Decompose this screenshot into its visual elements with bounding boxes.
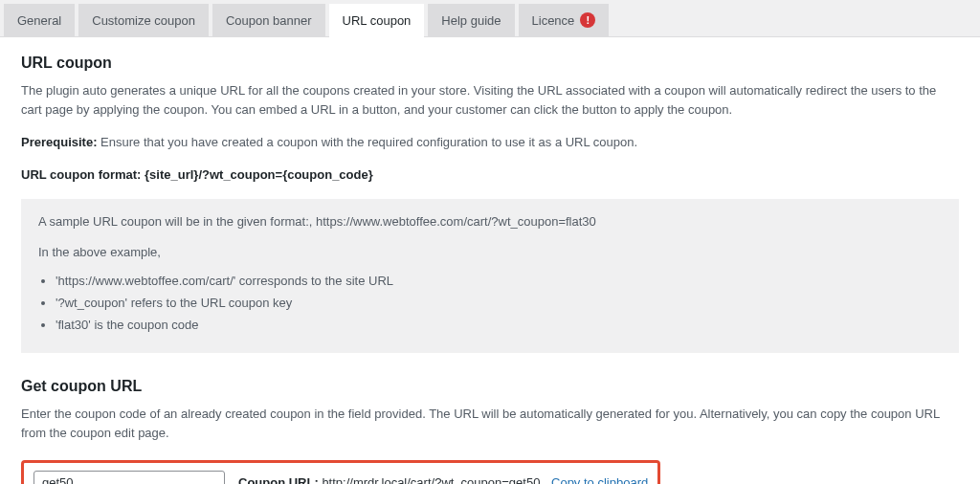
- tab-customize-coupon[interactable]: Customize coupon: [78, 4, 209, 36]
- coupon-select-wrap: ⌄: [33, 471, 225, 484]
- desc-get-coupon-url: Enter the coupon code of an already crea…: [21, 405, 959, 443]
- sample-bullet-2: '?wt_coupon' refers to the URL coupon ke…: [56, 296, 942, 310]
- coupon-url-group: Coupon URL: http://mrdr.local/cart/?wt_c…: [238, 475, 648, 484]
- sample-line-2: In the above example,: [38, 243, 942, 262]
- heading-url-coupon: URL coupon: [21, 55, 959, 72]
- tab-bar: General Customize coupon Coupon banner U…: [0, 0, 980, 37]
- sample-line-1: A sample URL coupon will be in the given…: [38, 212, 942, 231]
- coupon-url-label: Coupon URL:: [238, 475, 319, 484]
- panel-url-coupon: URL coupon The plugin auto generates a u…: [0, 37, 980, 484]
- tab-general[interactable]: General: [4, 4, 75, 36]
- tab-licence[interactable]: Licence !: [519, 4, 610, 36]
- prerequisite-text: Prerequisite: Ensure that you have creat…: [21, 133, 959, 152]
- alert-icon: !: [580, 12, 595, 28]
- desc-url-coupon: The plugin auto generates a unique URL f…: [21, 81, 959, 120]
- tab-url-coupon[interactable]: URL coupon: [329, 4, 425, 37]
- copy-to-clipboard-link[interactable]: Copy to clipboard: [551, 475, 648, 484]
- sample-list: 'https://www.webtoffee.com/cart/' corres…: [38, 274, 942, 332]
- tab-coupon-banner[interactable]: Coupon banner: [212, 4, 325, 36]
- coupon-select[interactable]: [33, 471, 225, 484]
- coupon-url-highlight: ⌄ Coupon URL: http://mrdr.local/cart/?wt…: [21, 460, 660, 484]
- coupon-url-link[interactable]: http://mrdr.local/cart/?wt_coupon=get50: [322, 475, 540, 484]
- prerequisite-label: Prerequisite:: [21, 135, 97, 149]
- url-format-text: URL coupon format: {site_url}/?wt_coupon…: [21, 165, 959, 185]
- sample-bullet-1: 'https://www.webtoffee.com/cart/' corres…: [56, 274, 942, 288]
- sample-box: A sample URL coupon will be in the given…: [21, 199, 959, 353]
- sample-bullet-3: 'flat30' is the coupon code: [56, 318, 942, 332]
- heading-get-coupon-url: Get coupon URL: [21, 378, 959, 395]
- tab-help-guide[interactable]: Help guide: [428, 4, 514, 36]
